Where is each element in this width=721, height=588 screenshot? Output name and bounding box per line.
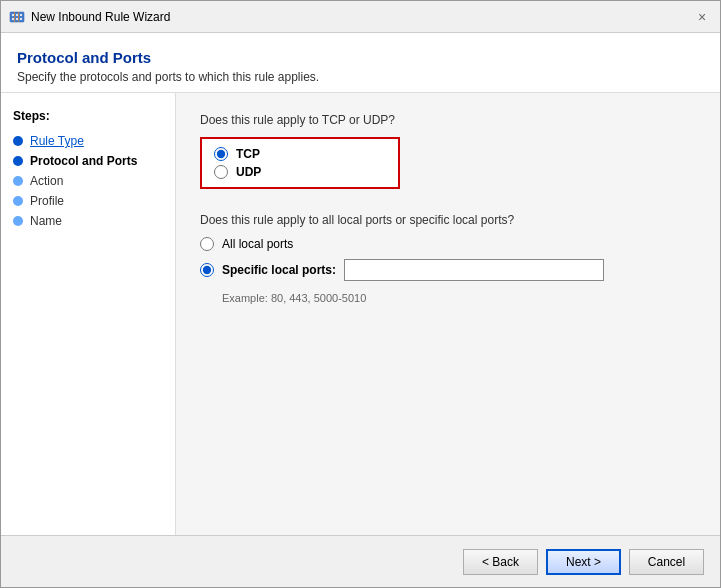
example-text: Example: 80, 443, 5000-5010 xyxy=(222,292,696,304)
udp-label: UDP xyxy=(236,165,261,179)
svg-rect-0 xyxy=(10,12,24,22)
udp-option[interactable]: UDP xyxy=(214,165,386,179)
sidebar-item-label-rule-type[interactable]: Rule Type xyxy=(30,134,84,148)
sidebar-item-protocol-ports: Protocol and Ports xyxy=(1,151,175,171)
sidebar-item-rule-type[interactable]: Rule Type xyxy=(1,131,175,151)
svg-rect-6 xyxy=(20,18,22,20)
all-ports-radio[interactable] xyxy=(200,237,214,251)
sidebar-item-label-name: Name xyxy=(30,214,62,228)
footer: < Back Next > Cancel xyxy=(1,535,720,587)
all-ports-label: All local ports xyxy=(222,237,293,251)
udp-radio[interactable] xyxy=(214,165,228,179)
svg-rect-2 xyxy=(16,14,18,16)
sidebar: Steps: Rule Type Protocol and Ports Acti… xyxy=(1,93,176,535)
svg-rect-3 xyxy=(20,14,22,16)
specific-ports-label: Specific local ports: xyxy=(222,263,336,277)
tcp-radio[interactable] xyxy=(214,147,228,161)
protocol-radio-group: TCP UDP xyxy=(200,137,400,189)
specific-ports-input[interactable] xyxy=(344,259,604,281)
ports-radio-group: All local ports Specific local ports: Ex… xyxy=(200,237,696,304)
sidebar-item-label-protocol-ports: Protocol and Ports xyxy=(30,154,137,168)
content-area: Protocol and Ports Specify the protocols… xyxy=(1,33,720,535)
tcp-option[interactable]: TCP xyxy=(214,147,386,161)
page-header: Protocol and Ports Specify the protocols… xyxy=(1,33,720,93)
tcp-label: TCP xyxy=(236,147,260,161)
window-title: New Inbound Rule Wizard xyxy=(31,10,170,24)
back-button[interactable]: < Back xyxy=(463,549,538,575)
title-bar: New Inbound Rule Wizard × xyxy=(1,1,720,33)
svg-rect-8 xyxy=(18,12,19,22)
step-dot-rule-type xyxy=(13,136,23,146)
title-bar-left: New Inbound Rule Wizard xyxy=(9,9,170,25)
right-panel: Does this rule apply to TCP or UDP? TCP … xyxy=(176,93,720,535)
svg-rect-5 xyxy=(16,18,18,20)
sidebar-item-label-profile: Profile xyxy=(30,194,64,208)
steps-label: Steps: xyxy=(1,105,175,131)
step-dot-protocol-ports xyxy=(13,156,23,166)
specific-ports-row: Specific local ports: xyxy=(200,259,604,281)
close-button[interactable]: × xyxy=(692,7,712,27)
specific-ports-radio[interactable] xyxy=(200,263,214,277)
wizard-window: New Inbound Rule Wizard × Protocol and P… xyxy=(0,0,721,588)
svg-rect-4 xyxy=(12,18,14,20)
svg-rect-7 xyxy=(14,12,15,22)
step-dot-action xyxy=(13,176,23,186)
cancel-button[interactable]: Cancel xyxy=(629,549,704,575)
page-title: Protocol and Ports xyxy=(17,49,704,66)
sidebar-item-label-action: Action xyxy=(30,174,63,188)
main-body: Steps: Rule Type Protocol and Ports Acti… xyxy=(1,93,720,535)
specific-ports-option: Specific local ports: xyxy=(200,259,696,281)
sidebar-item-profile: Profile xyxy=(1,191,175,211)
page-subtitle: Specify the protocols and ports to which… xyxy=(17,70,704,84)
question2-label: Does this rule apply to all local ports … xyxy=(200,213,696,227)
firewall-icon xyxy=(9,9,25,25)
sidebar-item-name: Name xyxy=(1,211,175,231)
sidebar-item-action: Action xyxy=(1,171,175,191)
step-dot-name xyxy=(13,216,23,226)
next-button[interactable]: Next > xyxy=(546,549,621,575)
question1-label: Does this rule apply to TCP or UDP? xyxy=(200,113,696,127)
step-dot-profile xyxy=(13,196,23,206)
svg-rect-1 xyxy=(12,14,14,16)
all-local-ports-option[interactable]: All local ports xyxy=(200,237,696,251)
